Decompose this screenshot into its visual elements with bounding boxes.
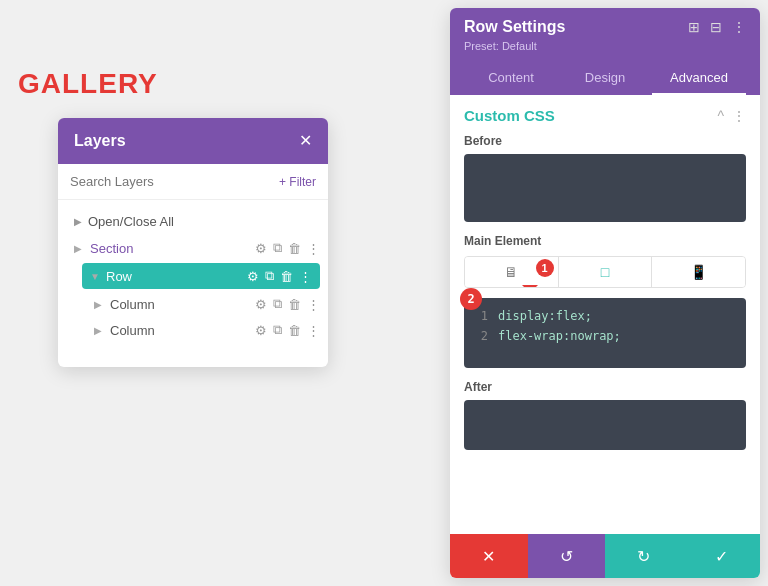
layer-col2-row[interactable]: ▶ Column ⚙ ⧉ 🗑 ⋮ <box>58 317 328 343</box>
layer-section-row[interactable]: ▶ Section ⚙ ⧉ 🗑 ⋮ <box>58 235 328 261</box>
undo-button[interactable]: ↺ <box>528 534 606 578</box>
col1-duplicate-icon[interactable]: ⧉ <box>273 296 282 312</box>
layers-search-input[interactable] <box>70 174 271 189</box>
row-icons: ⚙ ⧉ 🗑 ⋮ <box>247 268 312 284</box>
section-expand-icon: ▶ <box>74 243 86 254</box>
layers-panel: Layers ✕ + Filter ▶ Open/Close All ▶ Sec… <box>58 118 328 367</box>
css-section-icons: ^ ⋮ <box>717 108 746 124</box>
row-label: Row <box>106 269 243 284</box>
cancel-button[interactable]: ✕ <box>450 534 528 578</box>
code-line-num-2: 2 <box>474 326 488 346</box>
code-line-num-1: 1 <box>474 306 488 326</box>
col1-settings-icon[interactable]: ⚙ <box>255 297 267 312</box>
after-label: After <box>464 380 746 394</box>
rs-split-icon[interactable]: ⊟ <box>710 19 722 35</box>
css-collapse-icon[interactable]: ^ <box>717 108 724 124</box>
layer-col1-row[interactable]: ▶ Column ⚙ ⧉ 🗑 ⋮ <box>58 291 328 317</box>
layers-header: Layers ✕ <box>58 118 328 164</box>
layers-body: ▶ Open/Close All ▶ Section ⚙ ⧉ 🗑 ⋮ ▼ Row… <box>58 200 328 367</box>
layers-search-bar: + Filter <box>58 164 328 200</box>
section-label: Section <box>90 241 251 256</box>
tablet-icon: □ <box>601 264 609 280</box>
layers-title: Layers <box>74 132 126 150</box>
open-close-all-row[interactable]: ▶ Open/Close All <box>58 208 328 235</box>
layers-close-button[interactable]: ✕ <box>299 133 312 149</box>
section-delete-icon[interactable]: 🗑 <box>288 241 301 256</box>
col1-label: Column <box>110 297 251 312</box>
tab-design[interactable]: Design <box>558 62 652 95</box>
col2-icons: ⚙ ⧉ 🗑 ⋮ <box>255 322 320 338</box>
code-line-text-2: flex-wrap:nowrap; <box>498 326 621 346</box>
section-more-icon[interactable]: ⋮ <box>307 241 320 256</box>
row-delete-icon[interactable]: 🗑 <box>280 269 293 284</box>
tab-content[interactable]: Content <box>464 62 558 95</box>
col2-settings-icon[interactable]: ⚙ <box>255 323 267 338</box>
col1-more-icon[interactable]: ⋮ <box>307 297 320 312</box>
col1-delete-icon[interactable]: 🗑 <box>288 297 301 312</box>
col2-expand-icon: ▶ <box>94 325 106 336</box>
row-settings-icon[interactable]: ⚙ <box>247 269 259 284</box>
open-close-arrow-icon: ▶ <box>74 216 82 227</box>
gallery-label: GALLERY <box>18 68 158 100</box>
layers-filter-button[interactable]: + Filter <box>279 175 316 189</box>
desktop-device-button[interactable]: 🖥 1 <box>465 257 559 287</box>
row-expand-icon: ▼ <box>90 271 102 282</box>
code-editor-area[interactable]: 2 1 display:flex; 2 flex-wrap:nowrap; <box>464 298 746 368</box>
before-label: Before <box>464 134 746 148</box>
rs-preset-label[interactable]: Preset: Default <box>464 40 746 52</box>
device-badge-arrow <box>522 285 538 288</box>
device-badge: 1 <box>536 259 554 277</box>
row-duplicate-icon[interactable]: ⧉ <box>265 268 274 284</box>
tablet-device-button[interactable]: □ <box>559 257 653 287</box>
row-settings-title: Row Settings <box>464 18 565 36</box>
css-more-icon[interactable]: ⋮ <box>732 108 746 124</box>
tab-advanced[interactable]: Advanced <box>652 62 746 95</box>
rs-body: Custom CSS ^ ⋮ Before Main Element 🖥 1 □ <box>450 95 760 534</box>
code-line-2: 2 flex-wrap:nowrap; <box>474 326 736 346</box>
section-icons: ⚙ ⧉ 🗑 ⋮ <box>255 240 320 256</box>
custom-css-section-header: Custom CSS ^ ⋮ <box>464 107 746 124</box>
section-duplicate-icon[interactable]: ⧉ <box>273 240 282 256</box>
row-settings-panel: Row Settings ⊞ ⊟ ⋮ Preset: Default Conte… <box>450 8 760 578</box>
open-close-all-label: Open/Close All <box>88 214 174 229</box>
after-textarea[interactable] <box>464 400 746 450</box>
col1-expand-icon: ▶ <box>94 299 106 310</box>
rs-tabs: Content Design Advanced <box>464 62 746 95</box>
device-buttons-group: 🖥 1 □ 📱 <box>464 256 746 288</box>
rs-header-icons: ⊞ ⊟ ⋮ <box>688 19 746 35</box>
code-badge: 2 <box>460 288 482 310</box>
code-line-text-1: display:flex; <box>498 306 592 326</box>
main-element-label: Main Element <box>464 234 746 248</box>
code-line-1: 1 display:flex; <box>474 306 736 326</box>
rs-title-row: Row Settings ⊞ ⊟ ⋮ <box>464 18 746 36</box>
redo-button[interactable]: ↻ <box>605 534 683 578</box>
row-settings-header: Row Settings ⊞ ⊟ ⋮ Preset: Default Conte… <box>450 8 760 95</box>
save-button[interactable]: ✓ <box>683 534 761 578</box>
row-more-icon[interactable]: ⋮ <box>299 269 312 284</box>
mobile-device-button[interactable]: 📱 <box>652 257 745 287</box>
col2-duplicate-icon[interactable]: ⧉ <box>273 322 282 338</box>
desktop-icon: 🖥 <box>504 264 518 280</box>
before-textarea[interactable] <box>464 154 746 222</box>
section-settings-icon[interactable]: ⚙ <box>255 241 267 256</box>
rs-fullscreen-icon[interactable]: ⊞ <box>688 19 700 35</box>
rs-footer: ✕ ↺ ↻ ✓ <box>450 534 760 578</box>
col2-label: Column <box>110 323 251 338</box>
col1-icons: ⚙ ⧉ 🗑 ⋮ <box>255 296 320 312</box>
custom-css-title: Custom CSS <box>464 107 555 124</box>
layer-row-row[interactable]: ▼ Row ⚙ ⧉ 🗑 ⋮ <box>82 263 320 289</box>
rs-more-icon[interactable]: ⋮ <box>732 19 746 35</box>
col2-more-icon[interactable]: ⋮ <box>307 323 320 338</box>
col2-delete-icon[interactable]: 🗑 <box>288 323 301 338</box>
mobile-icon: 📱 <box>690 264 707 280</box>
